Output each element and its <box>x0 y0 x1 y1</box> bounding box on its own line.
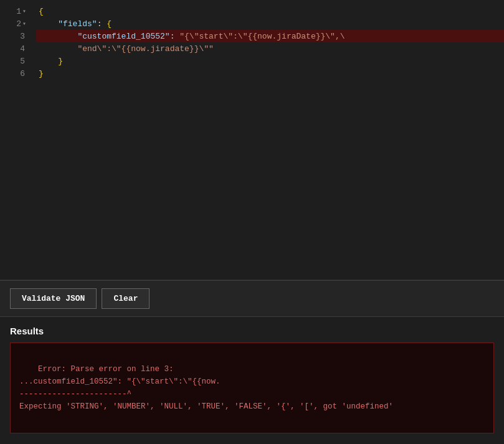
code-token: "{\"start\":\"{{now.jiraDate}}\",\ <box>179 32 345 41</box>
code-token: } <box>39 69 44 78</box>
code-token: "fields" <box>39 19 97 29</box>
line-num-text: 4 <box>20 44 25 54</box>
line-num-text: 3 <box>20 32 25 41</box>
fold-arrow-2[interactable]: ▾ <box>22 20 26 27</box>
code-token: : <box>97 19 107 29</box>
clear-button[interactable]: Clear <box>102 288 150 309</box>
error-text: Error: Parse error on line 3: ...customf… <box>19 365 393 411</box>
code-token: : <box>170 32 180 41</box>
code-token: "end\":\"{{now.jiradate}}\"" <box>39 44 214 54</box>
results-title: Results <box>10 326 494 336</box>
line-number-4: 4 <box>0 42 31 55</box>
line-number-5: 5 <box>0 55 31 67</box>
line-number-1: 1 ▾ <box>0 5 31 17</box>
code-token: { <box>39 7 44 16</box>
line-number-3: 3 <box>0 30 31 42</box>
line-num-text: 2 <box>16 19 21 29</box>
code-line-2: "fields": { <box>36 17 504 30</box>
code-line-1: { <box>36 5 504 17</box>
fold-arrow-1[interactable]: ▾ <box>22 7 26 15</box>
line-num-text: 5 <box>20 57 25 66</box>
line-num-text: 1 <box>16 7 21 16</box>
code-area[interactable]: { "fields": { "customfield_10552": "{\"s… <box>31 0 504 280</box>
code-token: { <box>107 19 112 29</box>
code-line-6: } <box>36 67 504 80</box>
code-line-4: "end\":\"{{now.jiradate}}\"" <box>36 42 504 55</box>
code-line-3: "customfield_10552": "{\"start\":\"{{now… <box>36 30 504 42</box>
validate-json-button[interactable]: Validate JSON <box>10 288 97 309</box>
toolbar: Validate JSON Clear <box>0 280 504 317</box>
editor-container: 1 ▾ 2 ▾ 3 4 5 6 { "fiel <box>0 0 504 280</box>
line-num-text: 6 <box>20 69 25 78</box>
line-numbers: 1 ▾ 2 ▾ 3 4 5 6 <box>0 0 31 280</box>
error-box: Error: Parse error on line 3: ...customf… <box>10 342 494 433</box>
line-number-2: 2 ▾ <box>0 17 31 30</box>
code-token: } <box>39 57 63 66</box>
code-token: "customfield_10552" <box>39 32 170 41</box>
code-line-5: } <box>36 55 504 67</box>
line-number-6: 6 <box>0 67 31 80</box>
results-section: Results Error: Parse error on line 3: ..… <box>0 317 504 433</box>
